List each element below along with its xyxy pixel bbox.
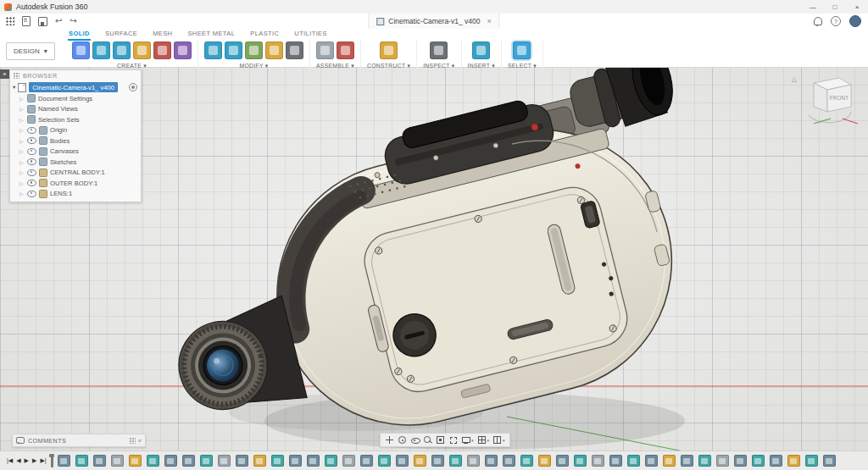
navitem-look-at-icon[interactable]	[409, 435, 421, 445]
redo-icon[interactable]: ↪	[70, 17, 76, 25]
help-icon[interactable]: ?	[831, 16, 841, 26]
document-tab[interactable]: Cinematic-Camera-v1_ v400 ×	[368, 14, 499, 29]
orbit-ring-icon[interactable]	[809, 112, 851, 123]
design-workspace-button[interactable]: DESIGN ▾	[6, 42, 55, 60]
timeline-step-back-button[interactable]: ◀	[14, 457, 22, 464]
visibility-eye-icon[interactable]	[27, 127, 36, 134]
group-label-modify[interactable]: MODIFY ▾	[239, 63, 268, 69]
viewcube[interactable]: ⌂ FRONT	[788, 71, 861, 129]
expand-arrow-icon[interactable]: ▷	[19, 159, 25, 165]
fit-icon[interactable]	[436, 435, 445, 445]
timeline-feature-6[interactable]	[147, 455, 159, 467]
timeline-position-marker[interactable]	[51, 455, 53, 467]
timeline-feature-19[interactable]	[378, 455, 391, 467]
tab-surface[interactable]: SURFACE	[104, 29, 138, 41]
tab-solid[interactable]: SOLID	[68, 29, 91, 41]
construction-plane-icon[interactable]	[380, 41, 398, 59]
orbit-icon[interactable]	[398, 435, 407, 445]
minimize-button[interactable]: —	[802, 0, 824, 14]
comments-bar[interactable]: COMMENTS «	[12, 434, 146, 447]
joint-icon[interactable]	[337, 41, 354, 59]
timeline-feature-26[interactable]	[503, 455, 515, 467]
expand-arrow-icon[interactable]: ▷	[19, 191, 25, 196]
expand-arrow-icon[interactable]: ▷	[19, 148, 25, 154]
visibility-eye-icon[interactable]	[27, 191, 36, 197]
revolve-icon[interactable]	[113, 41, 131, 59]
timeline-feature-35[interactable]	[663, 455, 676, 467]
timeline-feature-36[interactable]	[681, 455, 693, 467]
viewports-icon[interactable]	[492, 435, 502, 445]
browser-item-document-settings[interactable]: ▷Document Settings	[10, 93, 141, 104]
data-panel-grid-icon[interactable]	[6, 17, 14, 25]
timeline-feature-34[interactable]	[645, 455, 658, 467]
navitem-zoom-icon[interactable]	[421, 435, 434, 445]
group-label-construct[interactable]: CONSTRUCT ▾	[367, 63, 410, 69]
timeline-feature-1[interactable]	[58, 455, 70, 467]
timeline-step-forward-button[interactable]: ▶	[31, 457, 38, 464]
timeline-feature-21[interactable]	[414, 455, 426, 467]
navitem-zoom-window-icon[interactable]	[447, 435, 459, 445]
expand-arrow-icon[interactable]: ▷	[19, 180, 25, 186]
new-component-assemble-icon[interactable]	[316, 41, 334, 59]
timeline-feature-12[interactable]	[253, 455, 266, 467]
expand-arrow-icon[interactable]: ▷	[19, 96, 25, 102]
timeline-feature-32[interactable]	[609, 455, 622, 467]
timeline-feature-13[interactable]	[271, 455, 284, 467]
browser-item-canvases[interactable]: ▷Canvases	[10, 147, 141, 158]
combine-icon[interactable]	[265, 41, 283, 59]
visibility-eye-icon[interactable]	[27, 180, 36, 186]
navitem-viewports-icon[interactable]: ▾	[491, 435, 507, 445]
timeline-begin-button[interactable]: |◀	[5, 457, 14, 464]
timeline-feature-9[interactable]	[200, 455, 213, 467]
expand-arrow-icon[interactable]: ▷	[19, 117, 25, 123]
activate-component-radio[interactable]	[129, 83, 137, 91]
timeline-feature-20[interactable]	[396, 455, 409, 467]
timeline-feature-22[interactable]	[431, 455, 444, 467]
timeline-end-button[interactable]: ▶|	[38, 457, 47, 464]
navitem-orbit-icon[interactable]	[396, 435, 409, 445]
insert-mesh-icon[interactable]	[472, 41, 490, 59]
expand-arrow-icon[interactable]: ▷	[19, 106, 25, 112]
pan-icon[interactable]	[385, 435, 394, 445]
timeline-feature-37[interactable]	[698, 455, 711, 467]
timeline-feature-31[interactable]	[592, 455, 604, 467]
timeline-feature-29[interactable]	[556, 455, 569, 467]
comments-collapse-icon[interactable]: «	[138, 438, 142, 444]
maximize-button[interactable]: □	[824, 0, 846, 14]
timeline-feature-2[interactable]	[75, 455, 88, 467]
loft-icon[interactable]	[153, 41, 171, 59]
tab-sheet-metal[interactable]: SHEET METAL	[186, 29, 236, 41]
browser-item-origin[interactable]: ▷Origin	[10, 125, 141, 136]
visibility-eye-icon[interactable]	[27, 137, 36, 144]
timeline-feature-43[interactable]	[805, 455, 818, 467]
timeline-feature-41[interactable]	[770, 455, 782, 467]
coil-icon[interactable]	[174, 41, 192, 59]
browser-item-outer-body-1[interactable]: ▷OUTER BODY:1	[10, 178, 141, 189]
expand-arrow-icon[interactable]: ▷	[19, 127, 25, 133]
timeline-feature-16[interactable]	[325, 455, 337, 467]
grid-settings-icon[interactable]	[477, 435, 487, 445]
browser-root-item[interactable]: ▾ Cinematic-Camera-v1_ v400	[10, 81, 141, 93]
timeline-feature-8[interactable]	[182, 455, 195, 467]
timeline-feature-14[interactable]	[289, 455, 302, 467]
visibility-eye-icon[interactable]	[27, 169, 36, 176]
look-at-icon[interactable]	[410, 435, 420, 445]
notification-bell-icon[interactable]	[814, 17, 822, 25]
close-button[interactable]: ×	[846, 0, 868, 14]
browser-item-lens-1[interactable]: ▷LENS:1	[10, 189, 141, 200]
measure-icon[interactable]	[430, 41, 448, 59]
extrude-icon[interactable]	[92, 41, 110, 59]
panel-grip-icon[interactable]	[14, 73, 19, 79]
timeline-feature-4[interactable]	[111, 455, 124, 467]
timeline-feature-7[interactable]	[164, 455, 177, 467]
timeline-feature-17[interactable]	[342, 455, 355, 467]
navitem-fit-icon[interactable]	[434, 435, 447, 445]
timeline-feature-3[interactable]	[93, 455, 106, 467]
timeline-feature-24[interactable]	[467, 455, 480, 467]
timeline-feature-5[interactable]	[129, 455, 142, 467]
home-icon[interactable]: ⌂	[792, 75, 797, 84]
group-label-insert[interactable]: INSERT ▾	[468, 63, 495, 69]
fillet-icon[interactable]	[225, 41, 242, 59]
shell-icon[interactable]	[245, 41, 263, 59]
browser-item-bodies[interactable]: ▷Bodies	[10, 135, 141, 147]
